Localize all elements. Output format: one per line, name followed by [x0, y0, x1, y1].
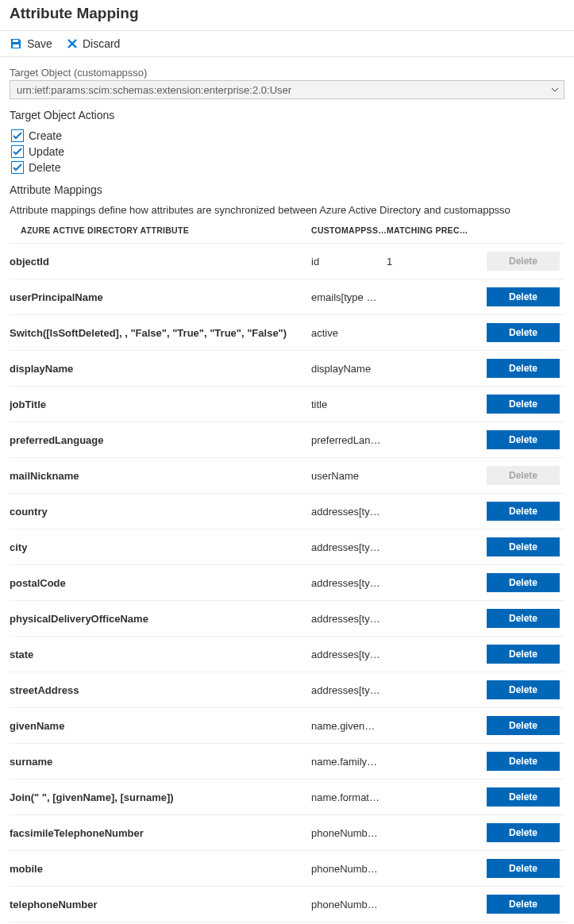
table-row[interactable]: state addresses[type e… Delete — [10, 637, 564, 672]
table-row[interactable]: Join(" ", [givenName], [surname]) name.f… — [10, 780, 564, 815]
cell-custom: addresses[type e… — [311, 529, 387, 565]
cell-custom: name.familyName — [311, 744, 387, 780]
table-row[interactable]: telephoneNumber phoneNumbers[t… Delete — [10, 887, 564, 922]
cell-custom: active — [311, 315, 387, 351]
delete-button[interactable]: Delete — [487, 537, 560, 556]
delete-button[interactable]: Delete — [487, 752, 560, 771]
close-icon — [67, 38, 78, 49]
cell-custom: phoneNumbers[t… — [311, 851, 387, 887]
delete-button[interactable]: Delete — [487, 395, 560, 414]
delete-button[interactable]: Delete — [487, 323, 560, 342]
table-row[interactable]: displayName displayName Delete — [10, 351, 564, 387]
cell-azure: Switch([IsSoftDeleted], , "False", "True… — [10, 315, 311, 351]
cell-matching — [387, 708, 485, 744]
table-row[interactable]: jobTitle title Delete — [10, 387, 564, 422]
checkbox-checked-icon — [11, 129, 24, 142]
checkbox-row[interactable]: Delete — [11, 161, 564, 174]
table-row[interactable]: surname name.familyName Delete — [10, 744, 564, 780]
checkbox-checked-icon — [11, 161, 24, 174]
actions-checks: Create Update Delete — [10, 129, 564, 174]
table-row[interactable]: postalCode addresses[type e… Delete — [10, 565, 564, 601]
cell-matching — [387, 494, 485, 529]
discard-label: Discard — [83, 37, 120, 50]
delete-button[interactable]: Delete — [487, 859, 560, 878]
mappings-description: Attribute mappings define how attributes… — [10, 204, 564, 216]
cell-azure: mailNickname — [10, 458, 311, 494]
cell-custom: addresses[type e… — [311, 601, 387, 637]
cell-matching — [387, 279, 485, 315]
cell-azure: objectId — [10, 244, 311, 279]
delete-button[interactable]: Delete — [487, 609, 560, 628]
delete-button[interactable]: Delete — [487, 716, 560, 735]
cell-azure: country — [10, 494, 311, 529]
save-icon — [10, 37, 22, 50]
target-object-label: Target Object (customappsso) — [10, 67, 564, 79]
checkbox-row[interactable]: Update — [11, 145, 564, 158]
mappings-title: Attribute Mappings — [10, 183, 564, 196]
table-row[interactable]: Switch([IsSoftDeleted], , "False", "True… — [10, 315, 564, 351]
table-row[interactable]: physicalDeliveryOfficeName addresses[typ… — [10, 601, 564, 637]
cell-matching — [387, 529, 485, 565]
cell-custom: addresses[type e… — [311, 494, 387, 529]
delete-button[interactable]: Delete — [487, 680, 560, 699]
cell-azure: jobTitle — [10, 387, 311, 422]
delete-button: Delete — [487, 466, 560, 485]
table-row[interactable]: userPrincipalName emails[type eq "w… Del… — [10, 279, 564, 315]
cell-azure: physicalDeliveryOfficeName — [10, 601, 311, 637]
cell-custom: phoneNumbers[t… — [311, 887, 387, 922]
table-row[interactable]: country addresses[type e… Delete — [10, 494, 564, 529]
table-row[interactable]: preferredLanguage preferredLanguage Dele… — [10, 422, 564, 458]
cell-custom: addresses[type e… — [311, 637, 387, 672]
cell-matching — [387, 851, 485, 887]
delete-button[interactable]: Delete — [487, 287, 560, 306]
delete-button[interactable]: Delete — [487, 359, 560, 378]
cell-azure: preferredLanguage — [10, 422, 311, 458]
cell-azure: Join(" ", [givenName], [surname]) — [10, 780, 311, 815]
cell-custom: preferredLanguage — [311, 422, 387, 458]
table-row[interactable]: objectId id 1 Delete — [10, 244, 564, 279]
cell-azure: surname — [10, 744, 311, 780]
cell-custom: id — [311, 244, 387, 279]
cell-azure: facsimileTelephoneNumber — [10, 815, 311, 851]
delete-button[interactable]: Delete — [487, 430, 560, 449]
cell-azure: mobile — [10, 851, 311, 887]
cell-custom: name.formatted — [311, 780, 387, 815]
cell-matching — [387, 744, 485, 780]
cell-matching — [387, 387, 485, 422]
cell-matching — [387, 458, 485, 494]
table-row[interactable]: streetAddress addresses[type e… Delete — [10, 672, 564, 708]
table-row[interactable]: facsimileTelephoneNumber phoneNumbers[t…… — [10, 815, 564, 851]
table-row[interactable]: mailNickname userName Delete — [10, 458, 564, 494]
cell-azure: displayName — [10, 351, 311, 387]
page-title: Attribute Mapping — [10, 5, 564, 22]
toolbar: Save Discard — [0, 30, 574, 57]
delete-button[interactable]: Delete — [487, 895, 560, 914]
checkbox-label: Delete — [29, 161, 60, 174]
cell-azure: city — [10, 529, 311, 565]
cell-matching: 1 — [387, 244, 485, 279]
delete-button: Delete — [487, 252, 560, 271]
delete-button[interactable]: Delete — [487, 787, 560, 807]
cell-matching — [387, 315, 485, 351]
cell-azure: telephoneNumber — [10, 887, 311, 922]
cell-azure: givenName — [10, 708, 311, 744]
cell-matching — [387, 601, 485, 637]
cell-azure: postalCode — [10, 565, 311, 601]
table-row[interactable]: city addresses[type e… Delete — [10, 529, 564, 565]
delete-button[interactable]: Delete — [487, 645, 560, 664]
delete-button[interactable]: Delete — [487, 823, 560, 842]
cell-matching — [387, 565, 485, 601]
cell-custom: title — [311, 387, 387, 422]
target-object-select[interactable]: urn:ietf:params:scim:schemas:extension:e… — [10, 80, 564, 99]
delete-button[interactable]: Delete — [487, 502, 560, 521]
checkbox-row[interactable]: Create — [11, 129, 564, 142]
table-row[interactable]: givenName name.givenName Delete — [10, 708, 564, 744]
discard-button[interactable]: Discard — [67, 37, 120, 50]
table-row[interactable]: mobile phoneNumbers[t… Delete — [10, 851, 564, 887]
cell-custom: phoneNumbers[t… — [311, 815, 387, 851]
cell-custom: addresses[type e… — [311, 565, 387, 601]
save-button[interactable]: Save — [10, 37, 52, 50]
cell-azure: state — [10, 637, 311, 672]
cell-custom: emails[type eq "w… — [311, 279, 387, 315]
delete-button[interactable]: Delete — [487, 573, 560, 592]
